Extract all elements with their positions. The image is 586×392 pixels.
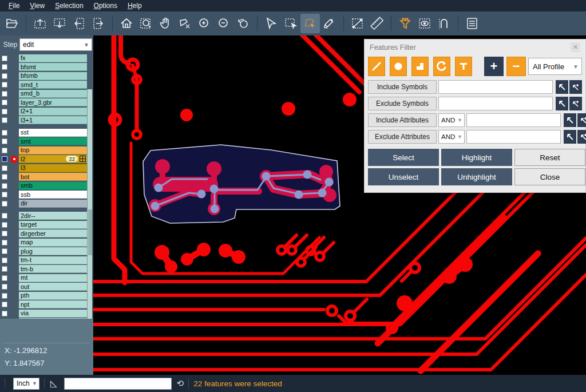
layer-row-tm-b[interactable]: tm-b: [0, 265, 93, 274]
layer-row-l2+1[interactable]: l2+1: [0, 107, 93, 116]
layer-checkbox[interactable]: [0, 56, 9, 61]
select-cursor-icon[interactable]: [262, 14, 281, 33]
exclude-symbols-input[interactable]: [438, 97, 553, 110]
ruler-icon[interactable]: [367, 14, 387, 33]
layer-name[interactable]: out: [19, 283, 87, 291]
exclude-attributes-button[interactable]: Exclude Attributes: [368, 130, 437, 144]
zoom-polygon-icon[interactable]: [175, 14, 195, 33]
layer-checkbox[interactable]: [0, 130, 9, 136]
exclude-attributes-input[interactable]: [466, 130, 561, 144]
layer-row-smt[interactable]: smt: [0, 137, 93, 146]
layer-name[interactable]: l3+1: [19, 116, 87, 124]
filter-add-button[interactable]: +: [484, 57, 504, 76]
layer-checkbox[interactable]: [0, 311, 9, 316]
layer-list-icon[interactable]: [462, 14, 482, 33]
include-attributes-button[interactable]: Include Attributes: [368, 113, 437, 127]
layer-row-dir[interactable]: dir: [0, 199, 93, 208]
layer-name[interactable]: tm-t: [19, 256, 87, 264]
zoom-area-icon[interactable]: [136, 14, 156, 33]
layer-row-smd_t[interactable]: smd_t: [0, 81, 93, 90]
layer-checkbox[interactable]: [0, 138, 9, 144]
move-down-icon[interactable]: [50, 14, 69, 33]
step-select[interactable]: edit ▼: [19, 38, 92, 51]
move-right-icon[interactable]: [89, 14, 108, 33]
layer-checkbox[interactable]: [0, 73, 9, 79]
unselect-button[interactable]: Unselect: [368, 168, 439, 185]
home-view-icon[interactable]: [117, 14, 136, 33]
zoom-in-icon[interactable]: [195, 14, 214, 33]
pick-attribute-icon[interactable]: [564, 130, 576, 144]
layer-name[interactable]: bfsmb: [19, 72, 87, 80]
layer-checkbox[interactable]: [0, 109, 9, 114]
layer-name[interactable]: ssb: [19, 191, 87, 199]
layer-name[interactable]: dir: [19, 200, 87, 208]
layer-checkbox[interactable]: [0, 64, 9, 70]
layer-row-l3+1[interactable]: l3+1: [0, 116, 93, 125]
layer-name[interactable]: smd_b: [19, 90, 87, 98]
units-select[interactable]: Inch ▼: [13, 378, 39, 390]
snap-icon[interactable]: [434, 14, 454, 33]
move-left-icon[interactable]: [69, 14, 89, 33]
layer-checkbox[interactable]: [0, 148, 9, 153]
layer-row-ssb[interactable]: ssb: [0, 191, 93, 200]
pick-attribute-add-icon[interactable]: [577, 130, 586, 144]
zoom-previous-icon[interactable]: [233, 14, 253, 33]
sync-icon[interactable]: ⟲: [177, 378, 184, 389]
reset-button[interactable]: Reset: [514, 149, 585, 166]
layer-row-plug[interactable]: plug: [0, 247, 93, 256]
layer-checkbox[interactable]: [0, 82, 9, 88]
scrollbar-thumb[interactable]: [88, 209, 92, 255]
filter-arc-button[interactable]: [433, 57, 450, 76]
filter-pad-button[interactable]: [390, 57, 407, 76]
layer-name[interactable]: mt: [19, 274, 87, 282]
include-symbols-input[interactable]: [438, 80, 553, 94]
filter-text-button[interactable]: [455, 57, 472, 76]
layer-name[interactable]: l2+1: [19, 108, 87, 116]
layer-name[interactable]: target: [19, 221, 87, 229]
layer-checkbox[interactable]: [0, 240, 9, 246]
layer-checkbox[interactable]: [0, 183, 9, 189]
include-symbols-button[interactable]: Include Symbols: [368, 80, 437, 94]
layer-row-top[interactable]: top: [0, 146, 93, 155]
move-up-icon[interactable]: [30, 14, 50, 33]
pick-symbol-add-icon[interactable]: [569, 80, 582, 94]
layer-name[interactable]: map: [19, 239, 87, 247]
layer-name[interactable]: plug: [19, 247, 87, 255]
layer-name[interactable]: smt: [19, 137, 87, 145]
layer-name[interactable]: 2dir--: [19, 212, 87, 220]
open-file-icon[interactable]: [2, 14, 22, 33]
layer-name[interactable]: bot: [19, 173, 87, 181]
layer-name[interactable]: smd_t: [19, 81, 87, 89]
layer-checkbox[interactable]: [0, 293, 9, 299]
layer-name[interactable]: via: [19, 310, 87, 318]
layer-name[interactable]: l222: [19, 155, 87, 163]
command-input[interactable]: [64, 378, 172, 390]
layer-row-bfsmb[interactable]: bfsmb: [0, 72, 93, 81]
menu-selection[interactable]: Selection: [50, 1, 88, 11]
layer-name[interactable]: l3: [19, 164, 87, 172]
unhighlight-button[interactable]: Unhighlight: [441, 168, 512, 185]
select-button[interactable]: Select: [368, 149, 439, 166]
layer-checkbox[interactable]: [0, 266, 9, 272]
layer-row-layer_3.gbr[interactable]: layer_3.gbr: [0, 98, 93, 108]
pick-symbol-icon[interactable]: [556, 80, 568, 94]
pick-symbol-icon[interactable]: [556, 97, 568, 110]
exclude-symbols-button[interactable]: Exclude Symbols: [368, 97, 437, 110]
layer-scrollbar[interactable]: [87, 89, 92, 354]
pick-attribute-add-icon[interactable]: [577, 113, 586, 127]
layer-name[interactable]: layer_3.gbr: [19, 98, 87, 106]
layer-row-target[interactable]: target: [0, 220, 93, 229]
layer-row-pth[interactable]: pth: [0, 291, 93, 300]
menu-file[interactable]: File: [3, 1, 25, 11]
close-button[interactable]: Close: [514, 168, 585, 185]
layer-checkbox[interactable]: [0, 302, 9, 307]
layer-row-via[interactable]: via: [0, 309, 93, 318]
filter-surface-button[interactable]: [411, 57, 429, 76]
brush-icon[interactable]: [320, 14, 339, 33]
highlight-button[interactable]: Highlight: [441, 149, 512, 166]
layer-row-fx[interactable]: fx: [0, 54, 93, 63]
layer-checkbox[interactable]: [0, 258, 9, 263]
filter-line-button[interactable]: [368, 57, 385, 76]
layer-name[interactable]: smb: [19, 182, 87, 190]
layer-name[interactable]: tm-b: [19, 265, 87, 273]
